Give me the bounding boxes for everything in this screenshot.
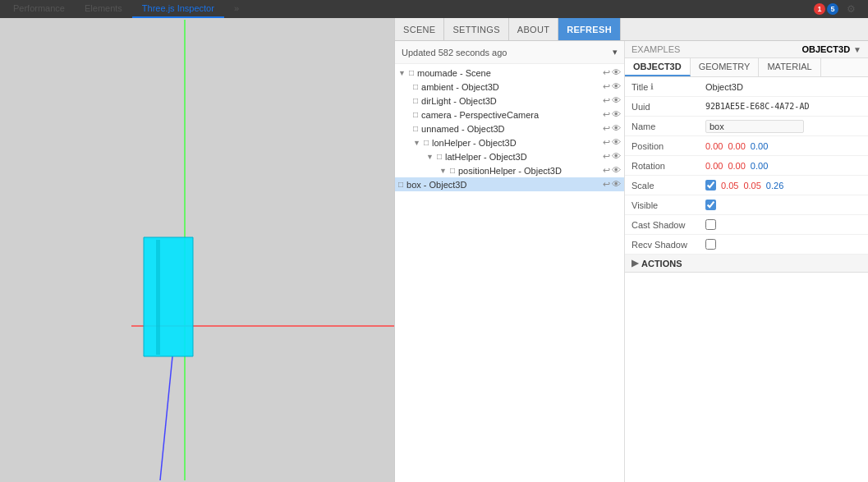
nav-tab-about[interactable]: ABOUT [509, 18, 558, 40]
actions-section[interactable]: ▶ ACTIONS [625, 255, 868, 273]
canvas-area [0, 18, 394, 482]
scale-x[interactable]: 0.05 [721, 181, 738, 191]
dropdown-icon[interactable]: ▾ [613, 47, 618, 57]
rotation-y[interactable]: 0.00 [728, 161, 745, 171]
inspector-panel: SCENE SETTINGS ABOUT Refresh Updated 582… [394, 18, 868, 482]
tree-item-actions[interactable]: ↩ 👁 [603, 165, 621, 176]
refresh-button[interactable]: Refresh [558, 18, 621, 40]
tree-item-eye-icon[interactable]: 👁 [612, 137, 621, 148]
info-icon[interactable]: ℹ [650, 82, 654, 91]
tree-item[interactable]: □ unnamed - Object3D ↩ 👁 [395, 122, 624, 135]
scale-checkbox[interactable] [705, 180, 716, 191]
prop-row-rotation: Rotation 0.00 0.00 0.00 [625, 156, 868, 176]
tree-item-link-icon[interactable]: ↩ [603, 137, 610, 148]
tree-item-actions[interactable]: ↩ 👁 [603, 95, 621, 106]
tree-item-link-icon[interactable]: ↩ [603, 109, 610, 120]
settings-button[interactable]: ⚙ [842, 0, 860, 18]
uuid-value: 92B1AE5E-E68C-4A72-AD [705, 102, 809, 111]
tree-item-eye-icon[interactable]: 👁 [612, 151, 621, 162]
inspector-body: Updated 582 seconds ago ▾ ▼ □ moumade - … [395, 41, 868, 482]
object3d-dropdown-chevron[interactable]: ▼ [853, 45, 861, 54]
tree-arrow: ▼ [398, 69, 406, 77]
tree-item-actions[interactable]: ↩ 👁 [603, 67, 621, 78]
ext-error-icon: 1 [814, 3, 825, 15]
visible-checkbox[interactable] [705, 200, 716, 210]
tree-item[interactable]: ▼ □ positionHelper - Object3D ↩ 👁 [395, 163, 624, 177]
tree-item-link-icon[interactable]: ↩ [603, 123, 610, 134]
tree-item-eye-icon[interactable]: 👁 [612, 81, 621, 92]
tree-item-name: moumade - Scene [417, 68, 601, 78]
tree-item[interactable]: □ camera - PerspectiveCamera ↩ 👁 [395, 108, 624, 122]
tree-item-link-icon[interactable]: ↩ [603, 151, 610, 162]
tree-arrow: ▼ [439, 167, 447, 175]
tree-item-selected[interactable]: □ box - Object3D ↩ 👁 [395, 177, 624, 191]
tree-item-actions[interactable]: ↩ 👁 [603, 179, 621, 190]
prop-row-name: Name [625, 117, 868, 136]
tree-item-link-icon[interactable]: ↩ [603, 95, 610, 106]
tree-item[interactable]: ▼ □ lonHelper - Object3D ↩ 👁 [395, 135, 624, 149]
svg-rect-0 [0, 20, 394, 480]
name-input[interactable] [705, 120, 804, 133]
rotation-x[interactable]: 0.00 [705, 161, 723, 171]
extension-error-badge: 1 5 [814, 3, 838, 15]
scene-tree-content[interactable]: ▼ □ moumade - Scene ↩ 👁 □ ambient - Obje… [395, 64, 624, 482]
prop-label-visible: Visible [631, 200, 705, 210]
tree-item-name: dirLight - Object3D [421, 96, 601, 106]
prop-row-visible: Visible [625, 195, 868, 215]
prop-value-name[interactable] [705, 120, 861, 133]
title-value: Object3D [705, 82, 743, 92]
tree-item-eye-icon[interactable]: 👁 [612, 109, 621, 120]
actions-chevron: ▶ [631, 258, 638, 269]
tree-item[interactable]: □ dirLight - Object3D ↩ 👁 [395, 94, 624, 108]
position-z[interactable]: 0.00 [751, 141, 768, 151]
tree-item[interactable]: ▼ □ moumade - Scene ↩ 👁 [395, 66, 624, 80]
tree-arrow: ▼ [413, 139, 420, 147]
tree-item[interactable]: □ ambient - Object3D ↩ 👁 [395, 80, 624, 94]
tree-item-eye-icon[interactable]: 👁 [612, 67, 621, 78]
svg-rect-4 [144, 237, 193, 356]
rotation-z[interactable]: 0.00 [751, 161, 768, 171]
examples-link[interactable]: EXAMPLES [631, 44, 680, 54]
tree-item-link-icon[interactable]: ↩ [603, 165, 610, 176]
nav-tab-settings[interactable]: SETTINGS [444, 18, 508, 40]
prop-label-name: Name [631, 122, 705, 131]
tree-item-name: positionHelper - Object3D [458, 166, 601, 176]
tree-item-eye-icon[interactable]: 👁 [612, 165, 621, 176]
tab-elements[interactable]: Elements [75, 0, 132, 18]
tree-item-link-icon[interactable]: ↩ [603, 67, 610, 78]
tab-threejs-inspector[interactable]: Three.js Inspector [132, 0, 224, 18]
tree-item-actions[interactable]: ↩ 👁 [603, 123, 621, 134]
tree-item-actions[interactable]: ↩ 👁 [603, 81, 621, 92]
tree-item-eye-icon[interactable]: 👁 [612, 95, 621, 106]
prop-value-uuid: 92B1AE5E-E68C-4A72-AD [705, 102, 861, 111]
tree-box-icon: □ [413, 82, 418, 91]
tree-item-actions[interactable]: ↩ 👁 [603, 151, 621, 162]
tree-item-eye-icon[interactable]: 👁 [612, 179, 621, 190]
scale-z[interactable]: 0.26 [766, 181, 783, 191]
tree-item-link-icon[interactable]: ↩ [603, 179, 610, 190]
scale-y[interactable]: 0.05 [743, 181, 760, 191]
position-x[interactable]: 0.00 [705, 141, 723, 151]
tree-item-actions[interactable]: ↩ 👁 [603, 109, 621, 120]
tree-item-name: lonHelper - Object3D [432, 138, 601, 148]
position-y[interactable]: 0.00 [728, 141, 745, 151]
tree-item[interactable]: ▼ □ latHelper - Object3D ↩ 👁 [395, 149, 624, 163]
prop-value-title: Object3D [705, 82, 861, 92]
props-tab-material[interactable]: MATERIAL [759, 58, 820, 76]
tree-item-actions[interactable]: ↩ 👁 [603, 137, 621, 148]
props-tab-object3d[interactable]: OBJECT3D [625, 58, 691, 76]
tree-item-link-icon[interactable]: ↩ [603, 81, 610, 92]
tree-item-eye-icon[interactable]: 👁 [612, 123, 621, 134]
prop-row-cast-shadow: Cast Shadow [625, 215, 868, 235]
props-tab-geometry[interactable]: GEOMETRY [691, 58, 760, 76]
main-content: SCENE SETTINGS ABOUT Refresh Updated 582… [0, 18, 868, 482]
cast-shadow-checkbox[interactable] [705, 219, 716, 230]
recv-shadow-checkbox[interactable] [705, 239, 716, 250]
toolbar-right: 1 5 ⚙ [814, 0, 865, 18]
prop-value-visible [705, 200, 861, 210]
tab-performance[interactable]: Performance [3, 0, 75, 18]
prop-value-cast-shadow [705, 219, 861, 230]
nav-tab-scene[interactable]: SCENE [395, 18, 444, 40]
devtools-tab-list: Performance Elements Three.js Inspector … [3, 0, 814, 18]
tab-more[interactable]: » [224, 0, 249, 18]
